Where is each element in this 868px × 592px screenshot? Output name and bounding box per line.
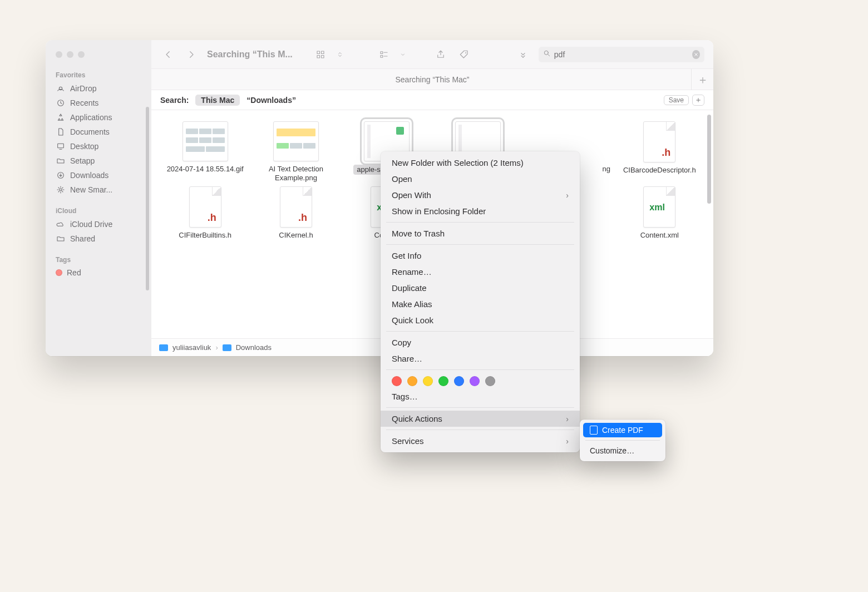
minimize-window-button[interactable] [67, 51, 73, 58]
toolbar: Searching “This M... [151, 40, 713, 69]
content-scrollbar[interactable] [707, 115, 711, 204]
cm-new-folder-selection[interactable]: New Folder with Selection (2 Items) [381, 155, 580, 171]
scope-this-mac[interactable]: This Mac [195, 95, 240, 106]
tag-red-icon [56, 269, 62, 276]
sidebar: Favorites AirDrop Recents Applications D… [46, 40, 151, 356]
close-window-button[interactable] [56, 51, 62, 58]
document-icon [590, 426, 598, 435]
file-item[interactable]: AI Text Detection Example.png [252, 121, 339, 183]
file-item[interactable]: .h CIBarcodeDescriptor.h [616, 121, 703, 183]
sidebar-item-documents[interactable]: Documents [46, 125, 151, 139]
add-criteria-button[interactable]: ＋ [692, 95, 704, 106]
svg-rect-8 [321, 55, 324, 58]
cm-make-alias[interactable]: Make Alias [381, 296, 580, 312]
desktop-icon [56, 141, 66, 151]
share-button[interactable] [433, 47, 448, 62]
tag-color-gray[interactable] [485, 376, 495, 386]
tag-color-blue[interactable] [454, 376, 464, 386]
sidebar-item-tag-red[interactable]: Red [46, 266, 151, 279]
cm-copy[interactable]: Copy [381, 334, 580, 351]
file-name: Content.xml [640, 231, 679, 240]
chevron-down-icon[interactable] [400, 47, 406, 62]
cm-get-info[interactable]: Get Info [381, 248, 580, 264]
sidebar-item-airdrop[interactable]: AirDrop [46, 81, 151, 96]
folder-icon [223, 344, 231, 351]
cm-open-with[interactable]: Open With› [381, 187, 580, 203]
sm-customize[interactable]: Customize… [583, 443, 662, 458]
forward-button[interactable] [184, 47, 199, 62]
file-name: CIKernel.h [279, 231, 313, 240]
sm-create-pdf[interactable]: Create PDF [583, 423, 662, 437]
menu-separator [386, 407, 574, 408]
sidebar-item-icloud-drive[interactable]: iCloud Drive [46, 217, 151, 231]
new-tab-button[interactable]: ＋ [691, 69, 713, 90]
menu-separator [585, 440, 660, 441]
window-controls [46, 40, 151, 66]
cm-open[interactable]: Open [381, 171, 580, 187]
sidebar-item-downloads[interactable]: Downloads [46, 168, 151, 182]
menu-separator [386, 430, 574, 430]
folder-icon [56, 156, 66, 166]
svg-point-4 [60, 189, 62, 191]
tag-color-orange[interactable] [407, 376, 417, 386]
scope-downloads[interactable]: “Downloads” [246, 96, 296, 105]
cm-move-to-trash[interactable]: Move to Trash [381, 225, 580, 241]
tab-title: Searching “This Mac” [395, 75, 469, 84]
menu-separator [386, 244, 574, 245]
save-search-button[interactable]: Save [664, 95, 689, 105]
cm-quick-actions[interactable]: Quick Actions› [381, 411, 580, 427]
view-switch-stepper[interactable] [336, 47, 344, 62]
cloud-icon [56, 219, 66, 229]
cm-duplicate[interactable]: Duplicate [381, 280, 580, 296]
back-button[interactable] [160, 47, 176, 62]
file-name: AI Text Detection Example.png [254, 165, 338, 183]
view-icon-grid-button[interactable] [313, 47, 328, 62]
tag-color-red[interactable] [392, 376, 402, 386]
cm-services[interactable]: Services› [381, 433, 580, 449]
cm-tags[interactable]: Tags… [381, 388, 580, 404]
airdrop-icon [56, 83, 66, 93]
sidebar-item-desktop[interactable]: Desktop [46, 139, 151, 154]
tag-color-green[interactable] [438, 376, 448, 386]
svg-rect-2 [58, 144, 64, 147]
clear-search-button[interactable] [692, 50, 700, 59]
zoom-window-button[interactable] [78, 51, 85, 58]
file-item[interactable]: .h CIKernel.h [252, 186, 339, 240]
sidebar-item-new-smart[interactable]: New Smar... [46, 182, 151, 197]
svg-rect-10 [381, 55, 383, 57]
tag-color-purple[interactable] [470, 376, 480, 386]
scope-label: Search: [160, 96, 189, 105]
file-thumbnail: xml [643, 186, 675, 228]
cm-rename[interactable]: Rename… [381, 264, 580, 280]
path-segment[interactable]: Downloads [236, 343, 272, 352]
cm-share[interactable]: Share… [381, 351, 580, 367]
search-input[interactable] [554, 50, 689, 59]
file-item[interactable]: 2024-07-14 18.55.14.gif [161, 121, 249, 183]
sidebar-item-setapp[interactable]: Setapp [46, 154, 151, 168]
sidebar-heading-tags: Tags [46, 253, 151, 266]
file-name: 2024-07-14 18.55.14.gif [167, 165, 244, 174]
clock-icon [56, 98, 66, 108]
sidebar-item-applications[interactable]: Applications [46, 110, 151, 125]
sidebar-scrollbar[interactable] [146, 107, 149, 290]
sidebar-item-shared[interactable]: Shared [46, 231, 151, 246]
path-segment[interactable]: yuliiasavliuk [172, 343, 211, 352]
tag-color-yellow[interactable] [423, 376, 433, 386]
menu-separator [386, 222, 574, 223]
file-item[interactable]: xml Content.xml [616, 186, 703, 240]
svg-rect-9 [381, 51, 383, 53]
group-by-button[interactable] [376, 47, 392, 62]
document-icon [56, 127, 66, 137]
quick-actions-submenu: Create PDF Customize… [580, 420, 665, 461]
file-item[interactable]: .h CIFilterBuiltins.h [161, 186, 249, 240]
finder-window: Favorites AirDrop Recents Applications D… [46, 40, 713, 356]
sidebar-item-recents[interactable]: Recents [46, 96, 151, 110]
chevron-right-icon: › [566, 437, 569, 446]
cm-show-enclosing[interactable]: Show in Enclosing Folder [381, 203, 580, 219]
toolbar-overflow-button[interactable] [515, 47, 531, 62]
sidebar-heading-favorites: Favorites [46, 68, 151, 81]
file-thumbnail: .h [643, 121, 675, 162]
chevron-right-icon: › [566, 415, 569, 423]
tags-button[interactable] [456, 47, 472, 62]
cm-quick-look[interactable]: Quick Look [381, 312, 580, 328]
